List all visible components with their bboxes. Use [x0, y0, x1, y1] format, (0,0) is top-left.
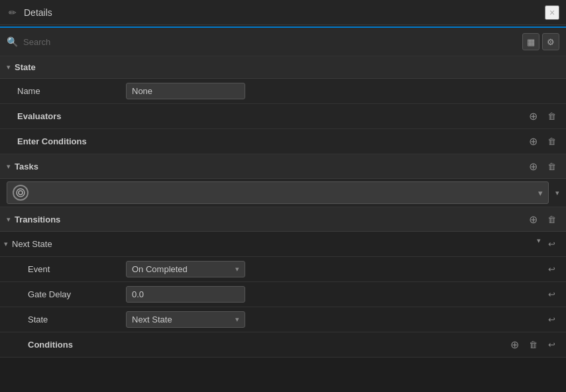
event-dropdown-chevron: ▾: [235, 265, 239, 273]
state-undo-button[interactable]: ↩: [543, 312, 559, 328]
transitions-section-header: ▾ Transitions ⊕ 🗑: [0, 207, 566, 232]
grid-view-button[interactable]: ▦: [522, 33, 539, 50]
state-section-header: ▾ State: [0, 56, 566, 79]
search-input[interactable]: [23, 37, 517, 47]
name-value-container: [126, 83, 559, 99]
evaluators-label: Evaluators: [7, 111, 126, 121]
gate-delay-input[interactable]: [126, 286, 245, 303]
event-dropdown-value: On Completed: [132, 264, 188, 274]
gate-delay-label: Gate Delay: [7, 289, 126, 299]
next-state-expand-chevron[interactable]: ▾: [537, 236, 541, 252]
grid-icon: ▦: [527, 37, 535, 47]
name-input[interactable]: [126, 83, 245, 99]
event-value-container: On Completed ▾: [126, 261, 538, 277]
search-actions: ▦ ⚙: [522, 33, 559, 50]
name-row: Name: [0, 79, 566, 104]
evaluators-actions: ⊕ 🗑: [525, 109, 559, 124]
next-state-label: Next State: [12, 239, 52, 249]
task-selector-chevron: ▾: [538, 188, 543, 198]
transitions-delete-button[interactable]: 🗑: [543, 211, 559, 227]
settings-button[interactable]: ⚙: [542, 33, 559, 50]
svg-point-0: [17, 189, 25, 197]
search-icon: 🔍: [7, 36, 18, 47]
transitions-add-button[interactable]: ⊕: [525, 211, 541, 227]
tasks-section-header: ▾ Tasks ⊕ 🗑: [0, 154, 566, 179]
state-chevron[interactable]: ▾: [7, 63, 11, 72]
evaluators-row: Evaluators ⊕ 🗑: [0, 104, 566, 129]
panel-title: Details: [24, 7, 539, 18]
event-undo-button[interactable]: ↩: [543, 262, 559, 277]
enter-conditions-add-button[interactable]: ⊕: [525, 134, 541, 150]
next-state-subheader: ▾ Next State ▾ ↩: [0, 232, 566, 257]
tasks-add-button[interactable]: ⊕: [525, 158, 541, 174]
state-dropdown-chevron: ▾: [235, 315, 239, 324]
task-item-row: ▾ ▾: [0, 179, 566, 207]
gate-delay-row: Gate Delay ↩: [0, 282, 566, 307]
transitions-section-title: Transitions: [15, 215, 521, 224]
task-selector[interactable]: ▾: [7, 181, 549, 204]
next-state-chevron[interactable]: ▾: [4, 240, 8, 248]
conditions-row: Conditions ⊕ 🗑 ↩: [0, 332, 566, 358]
tasks-delete-button[interactable]: 🗑: [543, 158, 559, 174]
evaluators-add-button[interactable]: ⊕: [525, 109, 541, 124]
state-select-row: State Next State ▾ ↩: [0, 307, 566, 332]
gate-delay-value-container: [126, 286, 538, 303]
task-type-icon: [13, 185, 28, 201]
conditions-undo-button[interactable]: ↩: [543, 337, 559, 353]
conditions-add-button[interactable]: ⊕: [506, 337, 522, 353]
tasks-chevron[interactable]: ▾: [7, 162, 11, 171]
tasks-section-title: Tasks: [15, 162, 521, 172]
state-select-label: State: [7, 315, 126, 324]
enter-conditions-row: Enter Conditions ⊕ 🗑: [0, 129, 566, 154]
state-dropdown-value: Next State: [132, 315, 172, 324]
next-state-undo-button[interactable]: ↩: [543, 236, 559, 252]
state-dropdown[interactable]: Next State ▾: [126, 311, 245, 328]
event-row: Event On Completed ▾ ↩: [0, 257, 566, 282]
gear-icon: ⚙: [547, 37, 555, 47]
content-area: ▾ State Name Evaluators ⊕ 🗑 Enter Condit…: [0, 56, 566, 389]
enter-conditions-actions: ⊕ 🗑: [525, 134, 559, 150]
evaluators-delete-button[interactable]: 🗑: [543, 109, 559, 124]
event-dropdown[interactable]: On Completed ▾: [126, 261, 245, 277]
enter-conditions-label: Enter Conditions: [7, 136, 126, 146]
edit-icon: ✏: [7, 7, 19, 19]
event-label: Event: [7, 264, 126, 274]
conditions-label: Conditions: [7, 340, 126, 350]
state-section-title: State: [15, 62, 559, 72]
title-bar: ✏ Details ×: [0, 0, 566, 25]
gate-delay-undo-button[interactable]: ↩: [543, 287, 559, 303]
close-button[interactable]: ×: [545, 5, 559, 20]
state-select-value-container: Next State ▾: [126, 311, 538, 328]
svg-point-1: [19, 191, 23, 195]
search-bar: 🔍 ▦ ⚙: [0, 28, 566, 56]
name-label: Name: [7, 86, 126, 96]
enter-conditions-delete-button[interactable]: 🗑: [543, 134, 559, 150]
task-expand-chevron[interactable]: ▾: [555, 189, 559, 197]
transitions-chevron[interactable]: ▾: [7, 215, 11, 224]
conditions-delete-button[interactable]: 🗑: [525, 337, 541, 353]
